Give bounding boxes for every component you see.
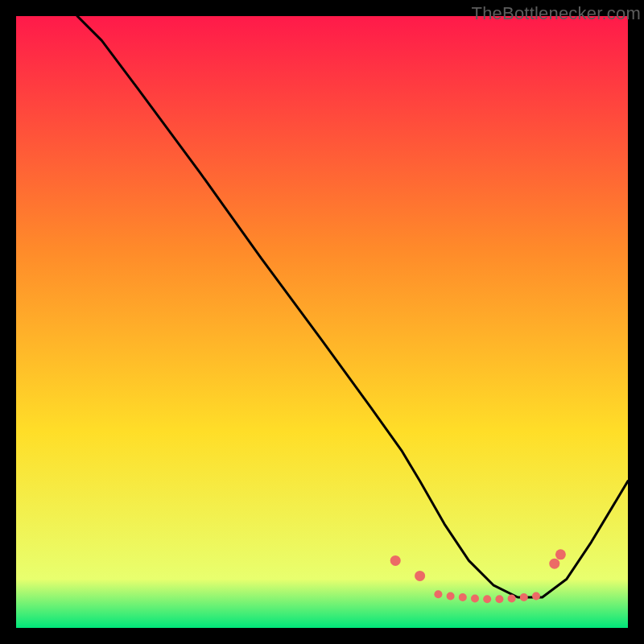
highlight-point: [532, 592, 540, 601]
watermark-text: TheBottlenecker.com: [472, 3, 641, 24]
plot-area: [16, 16, 628, 628]
highlight-point: [483, 595, 491, 603]
chart-frame: TheBottlenecker.com: [0, 0, 644, 644]
highlight-point: [434, 590, 442, 598]
chart-svg: [16, 16, 628, 628]
highlight-point: [459, 593, 467, 601]
highlight-point: [415, 571, 425, 581]
highlight-point: [555, 549, 566, 559]
highlight-point: [520, 593, 528, 601]
highlight-point: [390, 555, 401, 566]
highlight-point: [508, 595, 516, 603]
highlight-point: [447, 592, 455, 601]
gradient-background: [16, 16, 628, 628]
highlight-point: [549, 559, 559, 569]
highlight-point: [471, 595, 479, 603]
highlight-point: [495, 595, 503, 603]
